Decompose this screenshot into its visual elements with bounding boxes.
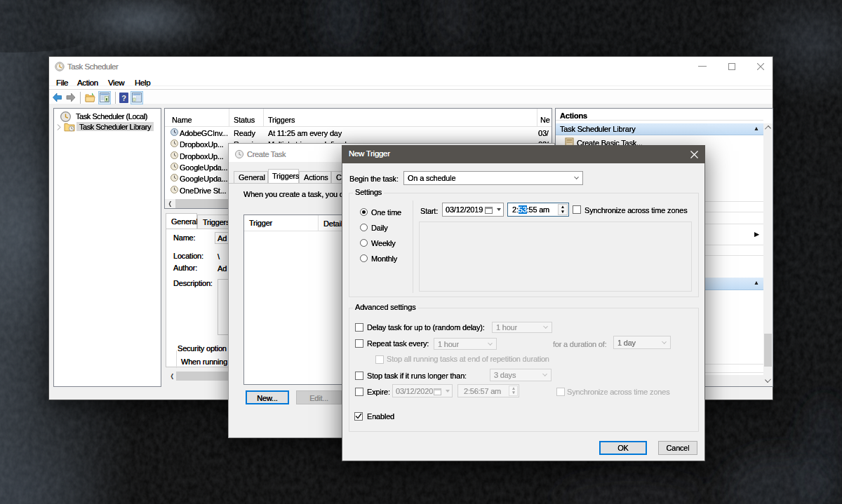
svg-text:?: ? [121,94,126,102]
